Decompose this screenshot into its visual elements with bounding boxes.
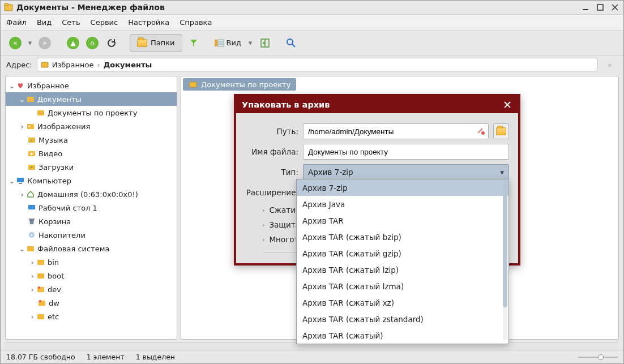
svg-rect-37 bbox=[190, 82, 196, 87]
home-icon bbox=[26, 190, 35, 199]
type-select[interactable]: Архив 7-zip ▾ bbox=[303, 164, 509, 180]
menu-settings[interactable]: Настройка bbox=[128, 18, 169, 27]
breadcrumb-favorites[interactable]: Избранное bbox=[52, 61, 94, 69]
browse-path-button[interactable] bbox=[493, 123, 509, 139]
filename-input[interactable] bbox=[303, 144, 509, 160]
breadcrumb-current[interactable]: Документы bbox=[104, 61, 152, 69]
type-label: Тип: bbox=[245, 168, 298, 177]
nav-back-dropdown[interactable]: ▾ bbox=[27, 35, 33, 51]
dropdown-option[interactable]: Архив 7-zip bbox=[297, 179, 508, 196]
path-label: Путь: bbox=[245, 127, 298, 136]
tree-filesystem[interactable]: ⌄Файловая система bbox=[6, 242, 177, 255]
chevron-right-icon[interactable]: › bbox=[28, 272, 36, 280]
type-dropdown-popup: Архив 7-zip Архив Java Архив TAR Архив T… bbox=[296, 179, 509, 344]
nav-refresh-button[interactable] bbox=[104, 35, 119, 51]
folder-icon bbox=[36, 258, 45, 267]
nav-home-button[interactable]: ⌂ bbox=[84, 35, 100, 51]
chevron-down-icon[interactable]: ⌄ bbox=[18, 245, 26, 253]
tree-boot[interactable]: ›boot bbox=[6, 269, 177, 282]
statusbar: 18.07 ГБ свободно 1 элемент 1 выделен bbox=[1, 350, 623, 363]
chevron-right-icon[interactable]: › bbox=[18, 122, 26, 131]
dialog-title: Упаковать в архив bbox=[242, 100, 330, 109]
clear-path-icon[interactable] bbox=[476, 126, 485, 135]
chevron-right-icon[interactable]: › bbox=[28, 312, 36, 321]
status-free-space: 18.07 ГБ свободно bbox=[6, 353, 75, 361]
tree-project-docs[interactable]: Документы по проекту bbox=[6, 106, 177, 119]
nav-forward-button[interactable]: » bbox=[37, 35, 53, 51]
view-mode-button[interactable]: Вид bbox=[212, 35, 243, 51]
breadcrumb[interactable]: Избранное › Документы bbox=[37, 58, 597, 71]
folder-icon bbox=[496, 127, 506, 135]
chevron-right-icon[interactable]: › bbox=[18, 190, 26, 199]
path-input[interactable] bbox=[303, 123, 489, 139]
tree-trash[interactable]: Корзина bbox=[6, 215, 177, 228]
chevron-down-icon: ▾ bbox=[500, 168, 504, 177]
zoom-slider[interactable] bbox=[578, 354, 618, 360]
dropdown-option[interactable]: Архив TAR (сжатый xz) bbox=[297, 294, 508, 311]
svg-rect-30 bbox=[37, 260, 44, 265]
dropdown-option[interactable]: Архив TAR (сжатый gzip) bbox=[297, 245, 508, 262]
dialog-titlebar[interactable]: Упаковать в архив bbox=[236, 96, 518, 113]
tree-etc[interactable]: ›etc bbox=[6, 310, 177, 323]
folder-icon bbox=[37, 298, 46, 307]
chevron-right-icon: › bbox=[262, 236, 264, 243]
dropdown-option[interactable]: Архив TAR (сжатый) bbox=[297, 327, 508, 344]
window-close-button[interactable] bbox=[610, 2, 620, 12]
dropdown-option[interactable]: Архив TAR (сжатый lzma) bbox=[297, 278, 508, 294]
nav-up-button[interactable]: ▲ bbox=[65, 35, 81, 51]
nav-back-button[interactable]: « bbox=[7, 35, 23, 51]
svg-rect-36 bbox=[37, 314, 44, 319]
chevron-right-icon[interactable]: › bbox=[28, 258, 36, 267]
chevron-down-icon[interactable]: ⌄ bbox=[8, 177, 16, 185]
svg-rect-29 bbox=[27, 246, 34, 251]
dropdown-option[interactable]: Архив TAR (сжатый zstandard) bbox=[297, 311, 508, 327]
menu-service[interactable]: Сервис bbox=[91, 18, 118, 27]
svg-point-28 bbox=[31, 234, 33, 236]
tree-downloads[interactable]: Загрузки bbox=[6, 160, 177, 174]
tree-bin[interactable]: ›bin bbox=[6, 255, 177, 269]
tree-favorites[interactable]: ⌄Избранное bbox=[6, 79, 177, 92]
breadcrumb-overflow-button[interactable]: » bbox=[602, 57, 618, 72]
folders-panel-toggle[interactable]: Папки bbox=[130, 34, 182, 52]
svg-rect-15 bbox=[41, 62, 48, 67]
view-mode-dropdown[interactable]: ▾ bbox=[247, 35, 254, 51]
panel-toggle-button[interactable] bbox=[257, 35, 273, 51]
tree-images[interactable]: ›Изображения bbox=[6, 119, 177, 133]
chevron-down-icon[interactable]: ⌄ bbox=[18, 95, 26, 104]
tree-dw[interactable]: dw bbox=[6, 296, 177, 310]
dropdown-option[interactable]: Архив TAR bbox=[297, 212, 508, 229]
favorites-icon bbox=[41, 61, 49, 68]
folders-label: Папки bbox=[151, 38, 175, 47]
filter-button[interactable] bbox=[186, 35, 202, 51]
dropdown-scroll-thumb[interactable] bbox=[503, 183, 507, 307]
menu-file[interactable]: Файл bbox=[6, 18, 27, 27]
folder-icon bbox=[36, 312, 45, 321]
tree-video[interactable]: Видео bbox=[6, 147, 177, 160]
dropdown-option[interactable]: Архив Java bbox=[297, 196, 508, 212]
tree-music[interactable]: Музыка bbox=[6, 133, 177, 147]
menu-network[interactable]: Сеть bbox=[62, 18, 80, 27]
tree-home[interactable]: ›Домашняя (0:63:0x0:0x0!) bbox=[6, 187, 177, 201]
dropdown-option[interactable]: Архив TAR (сжатый lzip) bbox=[297, 262, 508, 278]
window-maximize-button[interactable] bbox=[595, 2, 605, 12]
selected-item-chip[interactable]: Документы по проекту bbox=[183, 78, 296, 91]
dropdown-option[interactable]: Архив TAR (сжатый bzip) bbox=[297, 229, 508, 245]
chevron-down-icon[interactable]: ⌄ bbox=[8, 82, 16, 90]
svg-rect-1 bbox=[5, 3, 8, 6]
folder-icon bbox=[26, 244, 35, 253]
menu-help[interactable]: Справка bbox=[179, 18, 212, 27]
chevron-right-icon[interactable]: › bbox=[28, 285, 36, 294]
menu-view[interactable]: Вид bbox=[37, 18, 52, 27]
tree-computer[interactable]: ⌄Компьютер bbox=[6, 174, 177, 187]
dialog-close-button[interactable] bbox=[502, 100, 512, 110]
svg-rect-6 bbox=[215, 40, 217, 46]
tree-dev[interactable]: ›dev bbox=[6, 282, 177, 296]
tree-documents[interactable]: ⌄Документы bbox=[6, 92, 177, 106]
tree-desktop[interactable]: Рабочий стол 1 bbox=[6, 201, 177, 215]
filename-label: Имя файла: bbox=[245, 147, 298, 156]
window-minimize-button[interactable] bbox=[580, 2, 591, 12]
tree-drives[interactable]: Накопители bbox=[6, 228, 177, 242]
music-folder-icon bbox=[27, 135, 36, 144]
folder-tree[interactable]: ⌄Избранное ⌄Документы Документы по проек… bbox=[5, 76, 177, 340]
search-button[interactable] bbox=[283, 35, 299, 51]
